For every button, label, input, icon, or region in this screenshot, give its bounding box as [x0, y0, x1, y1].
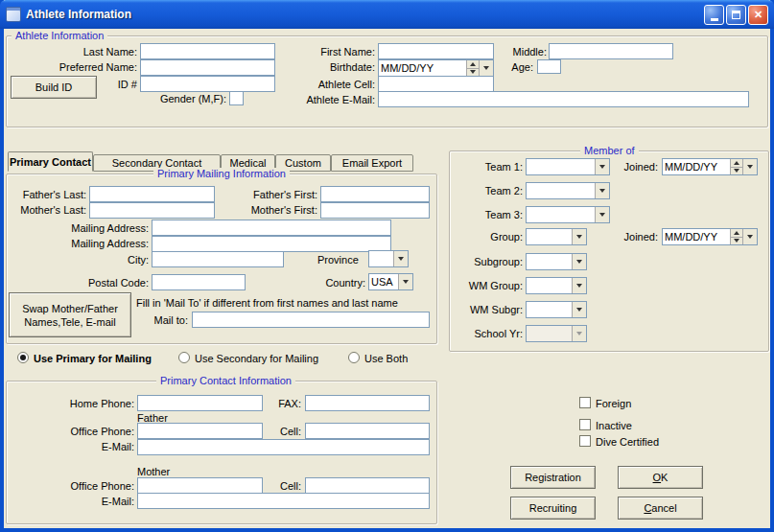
- fathers-first-input[interactable]: [320, 186, 430, 202]
- city-input[interactable]: [152, 251, 284, 267]
- mothers-first-input[interactable]: [320, 202, 430, 219]
- country-dropdown[interactable]: USA: [368, 273, 413, 290]
- tab-primary-contact[interactable]: Primary Contact: [8, 151, 93, 172]
- mailing-group-label: Primary Mailing Information: [153, 168, 290, 179]
- gender-input[interactable]: [229, 91, 244, 105]
- mail-to-input[interactable]: [192, 312, 430, 328]
- last-name-input[interactable]: [140, 43, 275, 59]
- recruiting-button[interactable]: Recruiting: [510, 497, 596, 520]
- team3-value: [527, 207, 595, 222]
- birthdate-value: MM/DD/YY: [379, 60, 466, 76]
- close-button[interactable]: ✕: [748, 5, 768, 25]
- joined2-value: MM/DD/YY: [663, 229, 730, 244]
- fax-input[interactable]: [305, 395, 430, 411]
- team2-dropdown[interactable]: [526, 182, 610, 199]
- age-input[interactable]: [537, 59, 561, 74]
- postal-code-input[interactable]: [152, 274, 246, 290]
- athlete-email-label: Athlete E-Mail:: [270, 94, 375, 106]
- id-label: ID #: [41, 79, 137, 91]
- school-yr-value: [527, 326, 572, 341]
- use-primary-radio[interactable]: [17, 352, 29, 363]
- father-email-input[interactable]: [137, 439, 430, 455]
- preferred-name-input[interactable]: [140, 59, 275, 76]
- subgroup-dropdown-icon[interactable]: [572, 254, 586, 269]
- middle-label: Middle:: [470, 46, 547, 58]
- mothers-last-input[interactable]: [89, 202, 215, 219]
- athlete-cell-label: Athlete Cell:: [270, 79, 375, 91]
- athlete-email-input[interactable]: [378, 91, 749, 107]
- group-dropdown-icon[interactable]: [572, 229, 586, 244]
- mailing-address2-input[interactable]: [152, 236, 391, 252]
- wm-subgr-value: [527, 302, 572, 317]
- minimize-button[interactable]: [704, 5, 724, 25]
- team3-dropdown[interactable]: [526, 206, 610, 223]
- team3-label: Team 3:: [441, 209, 523, 221]
- home-phone-label: Home Phone:: [38, 398, 134, 410]
- mailing-address1-input[interactable]: [152, 220, 391, 236]
- subgroup-label: Subgroup:: [441, 256, 523, 268]
- team1-dropdown[interactable]: [526, 158, 610, 175]
- spin-down-icon[interactable]: [731, 237, 742, 245]
- wm-subgr-dropdown[interactable]: [526, 301, 587, 318]
- registration-button[interactable]: Registration: [510, 466, 596, 489]
- use-secondary-radio[interactable]: [178, 352, 190, 363]
- team1-dropdown-icon[interactable]: [595, 159, 609, 174]
- spin-up-icon[interactable]: [731, 159, 742, 167]
- father-cell-input[interactable]: [305, 423, 430, 439]
- wm-group-dropdown-icon[interactable]: [572, 278, 586, 293]
- window-icon: [6, 7, 21, 22]
- birthdate-picker[interactable]: MM/DD/YY: [378, 59, 494, 77]
- ok-button[interactable]: OK: [618, 466, 703, 489]
- joined2-picker[interactable]: MM/DD/YY: [662, 228, 758, 245]
- team2-value: [527, 183, 595, 198]
- wm-subgr-dropdown-icon[interactable]: [572, 302, 586, 317]
- joined1-picker[interactable]: MM/DD/YY: [662, 158, 758, 175]
- spin-up-icon[interactable]: [731, 229, 742, 237]
- cancel-button[interactable]: Cancel: [618, 497, 703, 520]
- id-input[interactable]: [140, 76, 275, 92]
- age-label: Age:: [485, 61, 533, 74]
- first-name-label: First Name:: [270, 46, 375, 58]
- mother-email-input[interactable]: [137, 493, 430, 509]
- fathers-last-input[interactable]: [89, 186, 215, 202]
- postal-code-label: Postal Code:: [53, 277, 149, 289]
- subgroup-dropdown[interactable]: [526, 253, 587, 270]
- wm-group-value: [527, 278, 572, 293]
- foreign-checkbox[interactable]: [579, 397, 591, 408]
- inactive-checkbox[interactable]: [579, 419, 591, 430]
- mother-office-phone-input[interactable]: [137, 477, 263, 494]
- province-dropdown-icon[interactable]: [393, 251, 408, 266]
- group-dropdown[interactable]: [526, 228, 587, 245]
- joined1-label: Joined:: [610, 161, 658, 173]
- country-dropdown-icon[interactable]: [398, 274, 412, 289]
- window-controls: ✕: [704, 5, 768, 25]
- athlete-cell-input[interactable]: [378, 76, 494, 92]
- joined1-dropdown-icon[interactable]: [742, 159, 757, 174]
- team2-dropdown-icon[interactable]: [595, 183, 609, 198]
- swap-mother-father-button[interactable]: Swap Mother/Father Names,Tele, E-mail: [9, 292, 131, 337]
- window-title: Athlete Information: [26, 8, 699, 21]
- mother-cell-input[interactable]: [305, 477, 430, 494]
- foreign-label: Foreign: [596, 398, 631, 410]
- school-yr-dropdown-icon: [572, 326, 586, 341]
- mother-office-phone-label: Office Phone:: [38, 480, 134, 493]
- use-both-radio[interactable]: [348, 352, 360, 363]
- father-office-phone-input[interactable]: [137, 423, 263, 439]
- maximize-button[interactable]: [726, 5, 746, 25]
- inactive-label: Inactive: [596, 420, 632, 432]
- fathers-last-label: Father's Last:: [10, 189, 86, 201]
- spin-down-icon[interactable]: [467, 68, 479, 77]
- team3-dropdown-icon[interactable]: [595, 207, 609, 222]
- dive-certified-checkbox[interactable]: [579, 435, 591, 447]
- province-dropdown[interactable]: [368, 250, 409, 267]
- wm-group-dropdown[interactable]: [526, 277, 587, 294]
- joined2-dropdown-icon[interactable]: [742, 229, 757, 244]
- fax-label: FAX:: [253, 398, 301, 410]
- spin-down-icon[interactable]: [731, 167, 742, 175]
- last-name-label: Last Name:: [41, 46, 137, 58]
- spin-up-icon[interactable]: [467, 60, 479, 68]
- home-phone-input[interactable]: [137, 395, 263, 411]
- birthdate-spinner: [466, 60, 479, 76]
- middle-input[interactable]: [549, 43, 673, 59]
- tab-email-export[interactable]: Email Export: [331, 154, 413, 172]
